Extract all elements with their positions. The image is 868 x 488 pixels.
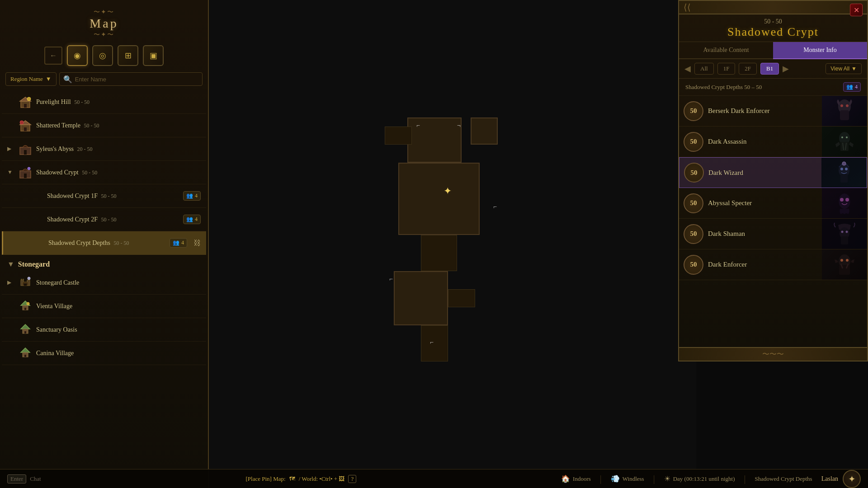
svg-marker-25: [21, 324, 30, 329]
list-item-shattered-temple[interactable]: Shattered Temple 50 - 50: [2, 114, 206, 137]
monster-level-badge: 50: [684, 163, 704, 183]
map-title-area: 〜✦〜 Map 〜✦〜: [0, 0, 208, 41]
svg-point-43: [842, 162, 846, 165]
floor-tab-b1[interactable]: B1: [760, 63, 779, 75]
expand-chevron[interactable]: ▶: [7, 145, 14, 152]
deco-left-icon: ⟨⟨: [684, 2, 691, 13]
floor-tab-all[interactable]: All: [694, 63, 714, 75]
svg-rect-18: [23, 279, 24, 281]
item-crypt-2f-name: Shadowed Crypt 2F 50 - 50: [47, 216, 179, 223]
monster-item-abyssal-specter[interactable]: 50 Abyssal Specter: [679, 188, 867, 219]
section-chevron-down: ▼: [7, 260, 14, 268]
back-button[interactable]: ←: [44, 47, 62, 65]
monster-item-berserk-enforcer[interactable]: 50 Berserk Dark Enforcer: [679, 96, 867, 127]
monster-item-dark-wizard[interactable]: 50 Dark Wizard: [679, 157, 867, 188]
list-item-stonegard-castle[interactable]: ▶ Stonegard Castle: [2, 271, 206, 295]
monster-level: 50: [690, 108, 697, 114]
floor-icon: [29, 189, 43, 203]
enter-key-label: Enter: [7, 474, 26, 483]
group-badge-2f: 👥 4: [183, 215, 201, 224]
monster-item-dark-shaman[interactable]: 50 Dark Shaman: [679, 219, 867, 249]
nav-calendar-button[interactable]: ▣: [143, 45, 164, 66]
floor-icon: [30, 236, 45, 250]
wind-label: Windless: [623, 475, 644, 483]
monster-item-dark-assassin[interactable]: 50 Dark Assassin: [679, 127, 867, 157]
tab-available-content[interactable]: Available Content: [679, 42, 773, 59]
svg-rect-16: [24, 284, 27, 286]
svg-point-7: [20, 121, 24, 124]
list-item-canina-village[interactable]: Canina Village: [2, 342, 206, 365]
item-shadowed-crypt-name: Shadowed Crypt 50 - 50: [36, 169, 201, 176]
nav-target-button[interactable]: ◎: [92, 45, 113, 66]
tab-monster-info[interactable]: Monster Info: [773, 42, 867, 59]
item-crypt-depths-name: Shadowed Crypt Depths 50 - 50: [48, 239, 166, 247]
floor-nav-left[interactable]: ◀: [684, 64, 691, 74]
floor-tabs-bar: ◀ All 1F 2F B1 ▶ View All ▼: [679, 59, 867, 79]
status-indoors: 🏠 Indoors: [561, 474, 591, 483]
place-pin-hint: [Place Pin] Map: 🗺 / World: •Ctrl• + 🖼 ?: [50, 475, 552, 483]
group-icon: 👥: [173, 239, 179, 246]
title-ornament-top: 〜✦〜: [0, 8, 208, 16]
expand-chevron-down[interactable]: ▼: [7, 169, 14, 176]
map-corner-marker: ⌐: [493, 203, 497, 211]
nav-compass-button[interactable]: ◉: [67, 45, 88, 66]
monster-name-2: Dark Wizard: [708, 169, 821, 177]
view-all-label: View All: [830, 66, 849, 72]
search-input-wrapper: 🔍: [59, 72, 203, 86]
monster-level: 50: [690, 261, 697, 268]
svg-point-20: [28, 277, 30, 280]
floor-nav-right[interactable]: ▶: [783, 64, 789, 74]
monster-item-dark-enforcer[interactable]: 50 Dark Enforcer: [679, 249, 867, 280]
wind-icon: 💨: [611, 474, 620, 483]
crypt-dungeon-icon: [18, 165, 33, 180]
indoors-label: Indoors: [573, 475, 591, 483]
group-count: 4: [195, 216, 198, 223]
section-header-stonegard[interactable]: ▼ Stonegard: [2, 255, 206, 271]
search-input[interactable]: [75, 76, 198, 83]
compass-rose: ✦: [843, 470, 861, 488]
list-item-purelight-hill[interactable]: Purelight Hill 50 - 50: [2, 90, 206, 114]
group-badge-icon: 👥: [846, 84, 853, 90]
monster-level: 50: [690, 200, 697, 206]
item-syleus-name: Syleus's Abyss 20 - 50: [36, 145, 201, 153]
monster-name-0: Berserk Dark Enforcer: [708, 107, 822, 115]
item-purelight-name: Purelight Hill 50 - 50: [36, 99, 201, 106]
floor-tab-2f[interactable]: 2F: [739, 63, 757, 75]
location-list: Purelight Hill 50 - 50 Shattered Temple …: [0, 90, 208, 488]
svg-rect-36: [840, 142, 849, 151]
monster-thumb-5: [822, 249, 867, 280]
svg-point-34: [846, 104, 849, 107]
location-label: Shadowed Crypt Depths: [755, 475, 812, 483]
list-item-shadowed-crypt[interactable]: ▼ Shadowed Crypt 50 - 50: [2, 161, 206, 184]
list-item-vienta-village[interactable]: Vienta Village: [2, 295, 206, 318]
group-count: 4: [181, 239, 184, 246]
svg-rect-23: [24, 308, 26, 310]
item-stonegard-castle-name: Stonegard Castle: [36, 279, 201, 286]
expand-chevron[interactable]: ▶: [7, 279, 14, 286]
monster-list: 50 Berserk Dark Enforcer: [679, 96, 867, 313]
region-select-dropdown[interactable]: Region Name ▼: [5, 72, 57, 86]
map-corner-marker: ⌐: [430, 339, 434, 346]
list-item-crypt-2f[interactable]: Shadowed Crypt 2F 50 - 50 👥 4: [2, 208, 206, 231]
chat-label: Chat: [30, 475, 41, 483]
panel-tabs: Available Content Monster Info: [679, 42, 867, 59]
list-item-crypt-depths[interactable]: Shadowed Crypt Depths 50 - 50 👥 4 ⛓: [2, 231, 206, 255]
nav-settings-button[interactable]: ⊞: [118, 45, 138, 66]
list-item-syleus-abyss[interactable]: ▶ Syleus's Abyss 20 - 50: [2, 137, 206, 161]
map-icon: 🗺: [289, 475, 295, 483]
svg-point-41: [840, 168, 843, 170]
group-badge-1f: 👥 4: [183, 191, 201, 201]
list-item-sanctuary-oasis[interactable]: Sanctuary Oasis: [2, 318, 206, 342]
floor-tab-1f[interactable]: 1F: [717, 63, 736, 75]
search-bar: Region Name ▼ 🔍: [5, 72, 203, 86]
group-badge-count: 4: [855, 84, 858, 90]
svg-point-44: [840, 198, 844, 202]
panel-title-area: 50 - 50 Shadowed Crypt: [679, 14, 867, 42]
status-bar: Enter Chat [Place Pin] Map: 🗺 / World: •…: [0, 469, 868, 488]
panel-close-button[interactable]: ✕: [850, 4, 863, 16]
list-item-crypt-1f[interactable]: Shadowed Crypt 1F 50 - 50 👥 4: [2, 184, 206, 208]
place-pin-text: [Place Pin] Map:: [246, 475, 286, 483]
monster-name-5: Dark Enforcer: [708, 261, 822, 268]
view-all-button[interactable]: View All ▼: [826, 63, 862, 74]
status-divider-2: |: [653, 474, 655, 484]
